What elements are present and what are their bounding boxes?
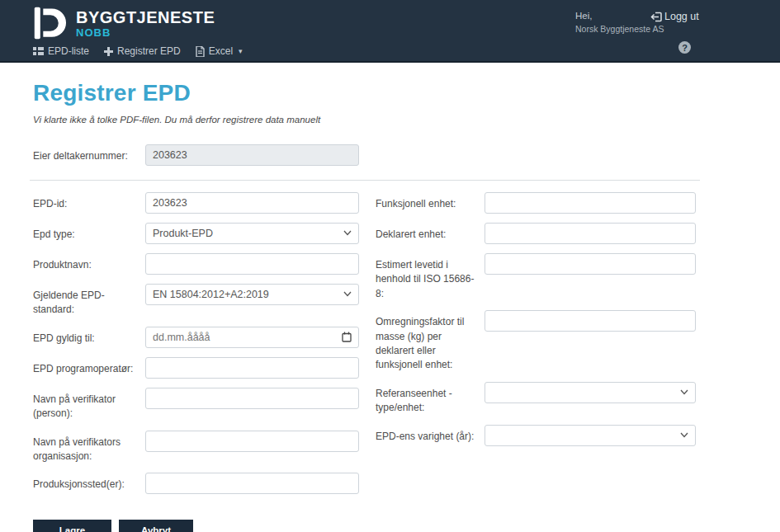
form-row-referanseenhet: Referanseenhet - type/enhet:	[376, 382, 698, 416]
epd-type-select[interactable]: Produkt-EPD	[145, 223, 359, 244]
field-label: Referanseenhet - type/enhet:	[376, 382, 485, 416]
varighet-select[interactable]	[485, 425, 696, 446]
deklarert-enhet-input[interactable]	[485, 223, 696, 244]
cancel-button[interactable]: Avbryt	[119, 520, 193, 532]
field-label: EPD gyldig til:	[33, 327, 145, 348]
field-label: Produksjonssted(er):	[33, 473, 145, 494]
form-row-omregningsfaktor: Omregningsfaktor til masse (kg) per dekl…	[376, 310, 698, 373]
form-row-verifikator-org: Navn på verifikators organisasjon:	[33, 431, 359, 464]
field-label: Produktnavn:	[33, 253, 145, 275]
form-row-estimert-levetid: Estimert levetid i henhold til ISO 15686…	[376, 253, 698, 301]
estimert-levetid-input[interactable]	[485, 253, 696, 275]
nav-item-registrer-epd[interactable]: Registrer EPD	[104, 45, 181, 57]
logout-icon	[650, 12, 662, 22]
field-label: Navn på verifikators organisasjon:	[33, 431, 145, 464]
form-columns: EPD-id: Epd type: Produkt-EPD Produktnav…	[33, 192, 747, 503]
chevron-down-icon: ▾	[239, 47, 243, 55]
eier-deltakernummer-input	[145, 144, 359, 166]
field-label: Navn på verifikator (person):	[33, 388, 145, 421]
page-title: Registrer EPD	[33, 80, 747, 106]
form-row-verifikator-person: Navn på verifikator (person):	[33, 388, 359, 421]
verifikator-person-input[interactable]	[145, 388, 359, 409]
funksjonell-enhet-input[interactable]	[485, 192, 696, 214]
main-nav: EPD-liste Registrer EPD Excel ▾	[33, 45, 243, 57]
date-value[interactable]	[153, 332, 342, 343]
epd-id-input[interactable]	[145, 192, 359, 214]
referanseenhet-select[interactable]	[485, 382, 696, 403]
file-icon	[196, 46, 205, 57]
plus-icon	[104, 47, 113, 56]
nav-item-excel[interactable]: Excel ▾	[196, 45, 243, 57]
main-content: Registrer EPD Vi klarte ikke å tolke PDF…	[0, 63, 780, 532]
brand-subname: NOBB	[76, 27, 215, 38]
produktnavn-input[interactable]	[145, 253, 359, 275]
logout-label: Logg ut	[664, 11, 699, 22]
epd-gyldig-til-date-input[interactable]	[145, 327, 359, 348]
user-company: Norsk Byggtjeneste AS	[575, 23, 664, 35]
app-header: BYGGTJENESTE NOBB EPD-liste Registrer EP…	[0, 0, 780, 63]
question-mark-icon: ?	[682, 43, 688, 53]
nav-label: EPD-liste	[48, 45, 89, 57]
verifikator-org-input[interactable]	[145, 431, 359, 452]
help-button[interactable]: ?	[678, 41, 691, 54]
form-row-epd-gyldig-til: EPD gyldig til:	[33, 327, 359, 348]
byggtjeneste-logo-icon	[33, 7, 69, 40]
owner-label: Eier deltakernummer:	[33, 144, 145, 166]
field-label: Gjeldende EPD-standard:	[33, 284, 145, 318]
form-row-epd-id: EPD-id:	[33, 192, 359, 214]
programoperator-input[interactable]	[145, 357, 359, 379]
field-label: EPD programoperatør:	[33, 357, 145, 379]
page-subtitle: Vi klarte ikke å tolke PDF-filen. Du må …	[33, 115, 747, 125]
brand-logo-block[interactable]: BYGGTJENESTE NOBB	[33, 7, 215, 40]
button-row: Lagre Avbryt	[33, 520, 747, 532]
form-row-varighet: EPD-ens varighet (år):	[376, 425, 698, 446]
owner-row: Eier deltakernummer:	[33, 144, 747, 166]
form-row-produktnavn: Produktnavn:	[33, 253, 359, 275]
field-label: EPD-ens varighet (år):	[376, 425, 485, 446]
form-column-right: Funksjonell enhet: Deklarert enhet: Esti…	[376, 192, 698, 455]
field-label: Deklarert enhet:	[376, 223, 485, 244]
list-icon	[33, 47, 44, 56]
field-label: Funksjonell enhet:	[376, 192, 485, 214]
nav-label: Excel	[209, 45, 233, 57]
brand-name: BYGGTJENESTE	[76, 9, 215, 26]
form-row-deklarert-enhet: Deklarert enhet:	[376, 223, 698, 244]
logout-button[interactable]: Logg ut	[650, 11, 699, 22]
form-row-epd-standard: Gjeldende EPD-standard: EN 15804:2012+A2…	[33, 284, 359, 318]
save-button[interactable]: Lagre	[33, 520, 111, 532]
form-row-programoperator: EPD programoperatør:	[33, 357, 359, 379]
field-label: Estimert levetid i henhold til ISO 15686…	[376, 253, 485, 301]
form-column-left: EPD-id: Epd type: Produkt-EPD Produktnav…	[33, 192, 359, 503]
field-label: Omregningsfaktor til masse (kg) per dekl…	[376, 310, 485, 373]
field-label: EPD-id:	[33, 192, 145, 214]
epd-standard-select[interactable]: EN 15804:2012+A2:2019	[145, 284, 359, 305]
omregningsfaktor-input[interactable]	[485, 310, 696, 332]
nav-item-epd-liste[interactable]: EPD-liste	[33, 45, 89, 57]
form-row-funksjonell-enhet: Funksjonell enhet:	[376, 192, 698, 214]
form-row-produksjonssted: Produksjonssted(er):	[33, 473, 359, 494]
nav-label: Registrer EPD	[117, 45, 181, 57]
field-label: Epd type:	[33, 223, 145, 244]
section-divider	[30, 180, 700, 181]
calendar-icon[interactable]	[342, 332, 352, 342]
produksjonssted-input[interactable]	[145, 473, 359, 494]
form-row-epd-type: Epd type: Produkt-EPD	[33, 223, 359, 244]
